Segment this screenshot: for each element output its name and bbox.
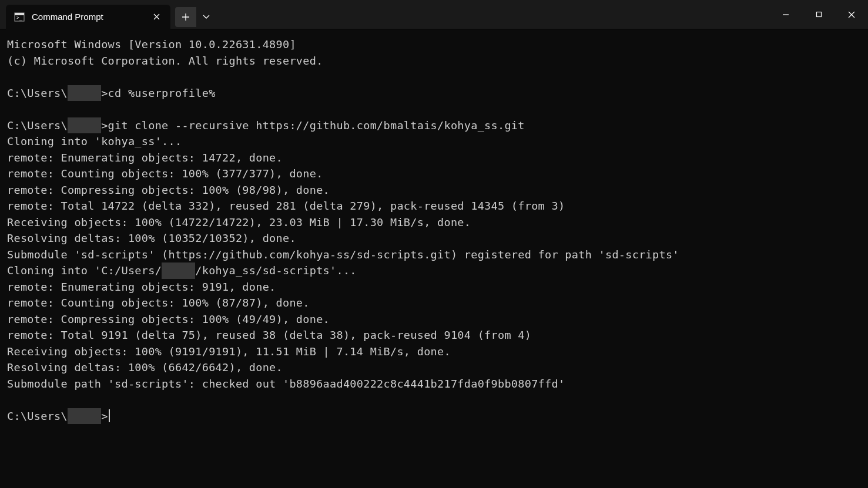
- terminal-line: C:\Users\ >git clone --recursive https:/…: [7, 117, 861, 134]
- terminal-line: Cloning into 'kohya_ss'...: [7, 133, 861, 150]
- terminal-line: remote: Counting objects: 100% (377/377)…: [7, 166, 861, 182]
- minimize-button[interactable]: [769, 3, 802, 26]
- terminal-line: [7, 101, 861, 117]
- tab-title: Command Prompt: [32, 12, 149, 22]
- redacted-username: [68, 85, 101, 102]
- terminal-line: Submodule 'sd-scripts' (https://github.c…: [7, 247, 861, 263]
- terminal-line: [7, 392, 861, 408]
- terminal-line: Resolving deltas: 100% (10352/10352), do…: [7, 230, 861, 247]
- maximize-button[interactable]: [802, 3, 835, 26]
- terminal-line: remote: Compressing objects: 100% (98/98…: [7, 182, 861, 198]
- svg-rect-3: [816, 12, 821, 17]
- tab-dropdown-button[interactable]: [197, 7, 215, 27]
- terminal-icon: >_: [14, 12, 25, 22]
- redacted-username: [162, 262, 195, 279]
- terminal-output[interactable]: Microsoft Windows [Version 10.0.22631.48…: [0, 29, 868, 431]
- text-cursor: [109, 409, 110, 422]
- terminal-line: Microsoft Windows [Version 10.0.22631.48…: [7, 36, 861, 53]
- redacted-username: [68, 408, 101, 425]
- window-controls: [769, 0, 868, 29]
- terminal-line: remote: Enumerating objects: 9191, done.: [7, 279, 861, 295]
- terminal-line: remote: Enumerating objects: 14722, done…: [7, 150, 861, 166]
- terminal-line: C:\Users\ >: [7, 408, 861, 425]
- terminal-line: C:\Users\ >cd %userprofile%: [7, 85, 861, 102]
- terminal-line: Receiving objects: 100% (14722/14722), 2…: [7, 214, 861, 231]
- new-tab-button[interactable]: [175, 7, 196, 27]
- svg-text:>_: >_: [16, 15, 22, 21]
- terminal-line: Receiving objects: 100% (9191/9191), 11.…: [7, 344, 861, 360]
- terminal-line: Cloning into 'C:/Users/ /kohya_ss/sd-scr…: [7, 262, 861, 279]
- titlebar-left: >_ Command Prompt: [0, 0, 215, 29]
- terminal-line: remote: Compressing objects: 100% (49/49…: [7, 311, 861, 328]
- active-tab[interactable]: >_ Command Prompt: [6, 5, 170, 29]
- terminal-line: Resolving deltas: 100% (6642/6642), done…: [7, 359, 861, 376]
- titlebar: >_ Command Prompt: [0, 0, 868, 29]
- terminal-line: remote: Counting objects: 100% (87/87), …: [7, 295, 861, 311]
- terminal-line: remote: Total 14722 (delta 332), reused …: [7, 198, 861, 214]
- tab-close-button[interactable]: [149, 10, 163, 24]
- tab-actions: [175, 7, 215, 27]
- terminal-line: Submodule path 'sd-scripts': checked out…: [7, 376, 861, 392]
- close-button[interactable]: [835, 3, 868, 26]
- terminal-line: remote: Total 9191 (delta 75), reused 38…: [7, 327, 861, 344]
- terminal-line: [7, 69, 861, 85]
- terminal-line: (c) Microsoft Corporation. All rights re…: [7, 53, 861, 69]
- redacted-username: [68, 117, 101, 134]
